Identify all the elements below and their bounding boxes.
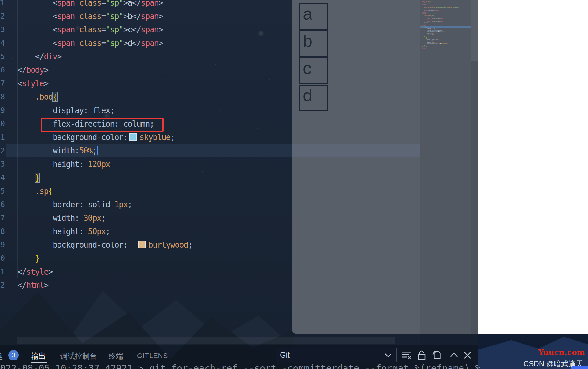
vertical-scrollbar-thumb[interactable] [471, 0, 478, 61]
code-editor[interactable]: 11 <span class="sp">a</span>12 <span cla… [0, 0, 478, 337]
code-line[interactable]: 16</body> [0, 63, 419, 77]
code-line[interactable]: 14 <span class="sp">d</span> [0, 36, 419, 50]
chevron-up-icon[interactable] [449, 350, 459, 360]
tab-output[interactable]: 输出 [31, 351, 46, 361]
horizontal-scrollbar-thumb[interactable] [17, 337, 395, 344]
minimap-code: <!DOCTYPE html><html lang="en"><head> <m… [422, 1, 470, 49]
code-line[interactable]: 15 </div> [0, 50, 419, 63]
code-line[interactable]: 27 width: 30px; [0, 211, 419, 225]
code-line[interactable]: 18 .bod{ [0, 90, 419, 104]
close-icon[interactable] [463, 350, 472, 360]
code-line[interactable]: 28 height: 50px; [0, 225, 419, 238]
output-channel-dropdown[interactable]: Git [276, 348, 397, 362]
code-line[interactable]: 23 height: 120px [0, 157, 419, 171]
tab-gitlens[interactable]: GITLENS [137, 352, 168, 360]
code-line[interactable]: 30 } [0, 252, 419, 265]
code-line[interactable]: 26 border: solid 1px; [0, 198, 419, 211]
code-line[interactable]: 22 width:50%; [0, 144, 419, 157]
code-line[interactable]: 24 } [0, 171, 419, 184]
minimap[interactable]: <!DOCTYPE html><html lang="en"><head> <m… [420, 0, 471, 345]
filter-icon[interactable] [401, 350, 411, 360]
code-line[interactable]: 12 <span class="sp">b</span> [0, 9, 419, 23]
annotation-box [41, 118, 164, 132]
open-editor-icon[interactable] [432, 350, 442, 360]
code-line[interactable]: 21 background-color:skyblue; [0, 131, 419, 144]
watermark-site: Yuucn.com [493, 348, 585, 357]
code-line[interactable]: 25 .sp{ [0, 184, 419, 198]
terminal-output-line: 022-08-05 10:28:37.42921 > git for-each-… [0, 363, 481, 369]
code-line[interactable]: 17<style> [0, 77, 419, 90]
tab-terminal[interactable]: 终端 [109, 351, 123, 361]
code-line[interactable]: 11 <span class="sp">a</span> [0, 0, 419, 9]
code-line[interactable]: 29 background-color: burlywood; [0, 238, 419, 252]
code-line[interactable]: 13 <span class="sp">c</span> [0, 23, 419, 36]
chevron-down-icon [384, 352, 392, 359]
dropdown-value: Git [280, 351, 290, 360]
tab-debug-console[interactable]: 调试控制台 [60, 351, 97, 361]
bottom-panel: 题 3 输出 调试控制台 终端 GITLENS Git [0, 345, 478, 369]
unlock-icon[interactable] [417, 350, 426, 360]
code-line[interactable]: 32</html> [0, 279, 419, 292]
minimap-current-line [420, 26, 471, 28]
tab-problems-partial[interactable]: 题 [0, 351, 3, 361]
vscode-window: 11 <span class="sp">a</span>12 <span cla… [0, 0, 478, 369]
code-line[interactable]: 31</style> [0, 265, 419, 279]
screenshot-stage: a b c d 11 <span class="sp">a</span>12 <… [0, 0, 588, 369]
problems-badge: 3 [8, 350, 19, 360]
watermark-csdn: CSDN @暗武逢天 [491, 359, 583, 369]
page-corner-button[interactable] [570, 366, 588, 369]
code-line[interactable]: 19 display: flex; [0, 104, 419, 117]
